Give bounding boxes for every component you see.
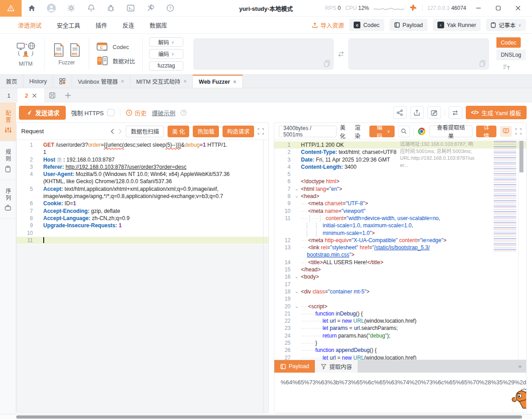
export-button[interactable] (410, 106, 424, 119)
io-tab-dnslog[interactable]: DNSLog (496, 50, 526, 60)
swap-view-button[interactable] (449, 106, 462, 119)
history-button[interactable]: 历史 (126, 108, 146, 117)
edit-import-button[interactable] (427, 106, 441, 119)
close-tab-icon[interactable]: × (233, 79, 236, 85)
code-line: 7Accept-Encoding: gzip, deflate (17, 207, 268, 215)
send-request-button[interactable]: 发送请求 (19, 106, 66, 120)
sidebar-item-sequence[interactable]: 序列 (0, 180, 16, 219)
minimap[interactable] (494, 141, 516, 252)
scrollbar-handle[interactable] (16, 415, 522, 419)
tab-extract-content[interactable]: 提取内容 (315, 360, 358, 373)
close-tab-icon[interactable]: × (121, 78, 124, 85)
search-button[interactable] (398, 126, 410, 137)
debug-button[interactable] (101, 0, 121, 17)
send-icon (25, 109, 32, 116)
swap-icon[interactable] (337, 50, 345, 58)
next-request-arrow[interactable] (118, 129, 122, 134)
notepad-button[interactable]: 记事本∨ (486, 19, 526, 31)
tab-home[interactable]: 首页 (0, 75, 23, 88)
response-editor[interactable]: 1HTTP/1.1 200 OK2Content-Type: text/html… (274, 140, 526, 360)
response-render-button[interactable]: 渲染 (355, 123, 366, 140)
menu-plugins[interactable]: 插件 (95, 21, 107, 29)
view-extraction-button[interactable]: 查看提取结果 (429, 126, 473, 137)
home-button[interactable] (22, 0, 41, 17)
user-avatar-button[interactable] (41, 0, 61, 17)
payload-content[interactable]: %64%65%73%63%3b%73%65%6c%65%63%74%20%73%… (274, 373, 526, 413)
response-encode-button[interactable]: 编码∨ (369, 126, 394, 137)
blast-example-link[interactable]: 爆破示例 (152, 108, 175, 117)
codec-shortcut-button[interactable]: cCodec (349, 19, 384, 31)
payload-shortcut-button[interactable]: Payload (390, 19, 427, 31)
alert-button[interactable] (0, 0, 22, 17)
tab-vulinbox[interactable]: Vulinbox 管理器× (72, 75, 130, 88)
import-resource-link[interactable]: 导入资源 (312, 21, 344, 29)
menu-reverse[interactable]: 反连 (123, 21, 134, 29)
fullscreen-icon[interactable] (515, 128, 522, 135)
terminal-button[interactable] (121, 0, 141, 17)
compare-tool[interactable]: 数据对比 (96, 56, 135, 66)
fuzzer-tool[interactable]: Web WS Fuzzer (45, 37, 89, 71)
horizontal-scrollbar[interactable] (0, 414, 532, 419)
decode-button[interactable]: 解码∨ (149, 37, 183, 47)
notifications-button[interactable] (81, 0, 101, 17)
codec-input-box[interactable] (193, 38, 334, 70)
cpu-value: 12% (358, 5, 369, 11)
mitm-tool[interactable]: × MITM (7, 37, 45, 71)
yak-logo-icon[interactable] (409, 4, 418, 13)
tools-button[interactable] (141, 0, 160, 17)
encode-button[interactable]: 编码∨ (149, 49, 183, 59)
close-payload-icon[interactable]: × (518, 363, 522, 370)
help-button[interactable]: ? (160, 0, 180, 17)
fullscreen-icon[interactable] (258, 128, 264, 135)
packet-scan-button[interactable]: 数据包扫描 (126, 126, 164, 137)
feedback-button[interactable] (500, 126, 512, 137)
tab-history[interactable]: History (23, 75, 53, 88)
close-tab-icon[interactable] (32, 93, 37, 98)
close-button[interactable] (510, 1, 526, 15)
save-fuzzer-tab-button[interactable] (44, 88, 60, 103)
settings-button[interactable] (61, 0, 81, 17)
response-beautify-button[interactable]: 美化 (340, 123, 351, 140)
beautify-button[interactable]: 美 化 (168, 126, 189, 137)
construct-request-button[interactable]: 构造请求 (223, 126, 254, 137)
editor-scrollbar[interactable] (263, 140, 264, 413)
tab-group-button[interactable] (53, 75, 72, 88)
close-tab-icon[interactable]: × (183, 78, 186, 85)
tab-payload[interactable]: Payload (274, 360, 315, 373)
menu-database[interactable]: 数据库 (150, 21, 167, 29)
sidebar-item-rules[interactable]: 规则 (0, 141, 16, 180)
fuzzer-side-nav: 配置 规则 序列 (0, 103, 16, 414)
codec-tool[interactable]: C</> Codec (96, 42, 135, 52)
share-button[interactable] (393, 106, 407, 119)
hot-reload-button[interactable]: 热加载 (193, 126, 219, 137)
code-line: 6Cookie: ID=1 (17, 200, 268, 207)
prev-request-arrow[interactable] (110, 129, 114, 134)
scrollbar-handle[interactable] (519, 141, 523, 172)
request-editor[interactable]: 1GET /user/order3?order={{urlenc(desc;se… (17, 140, 268, 413)
io-tab-codec[interactable]: Codec (496, 37, 521, 48)
tab-web-fuzzer[interactable]: Web Fuzzer× (193, 75, 242, 88)
menu-security-tools[interactable]: 安全工具 (57, 21, 80, 29)
request-header: Request 数据包扫描 美 化 热加载 构造请求 (17, 123, 268, 140)
fuzzer-tab-2[interactable]: 2 (18, 88, 44, 103)
chrome-icon[interactable] (418, 127, 426, 135)
generate-yaml-button[interactable]: </>生成 Yaml 模板 (466, 106, 527, 119)
force-https-checkbox[interactable] (107, 109, 114, 116)
menu-pentest[interactable]: 渗透测试 (18, 21, 41, 29)
tab-mitm[interactable]: MITM 交互式劫持× (130, 75, 193, 88)
codec-output-box[interactable] (348, 38, 489, 70)
collapse-toolbar-icon[interactable] (503, 64, 511, 71)
sidebar-item-config[interactable]: 配置 (0, 103, 16, 141)
copy-icon[interactable] (324, 60, 330, 67)
maximize-button[interactable] (491, 1, 506, 15)
fuzztag-button[interactable]: fuzztag (149, 61, 183, 71)
fuzzer-tab-1[interactable]: 1 (0, 88, 18, 103)
minimize-button[interactable] (471, 1, 486, 15)
detail-button[interactable]: 详情 (476, 126, 496, 137)
add-fuzzer-tab-button[interactable] (60, 88, 76, 103)
home-icon (28, 5, 36, 12)
copy-icon[interactable] (479, 60, 486, 67)
yak-runner-button[interactable]: ›Yak Runner (433, 19, 481, 31)
editor-scrollbar[interactable] (518, 140, 523, 360)
help-circle-icon[interactable]: ? (181, 110, 186, 116)
